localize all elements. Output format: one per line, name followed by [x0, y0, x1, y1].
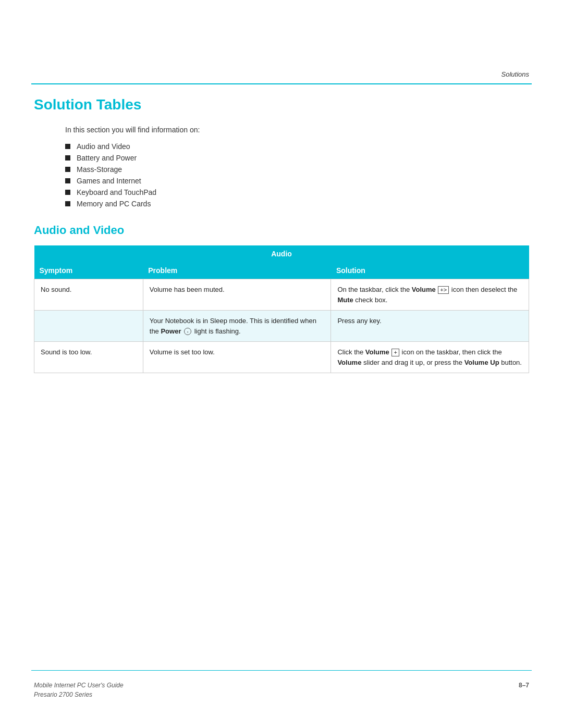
footer-left-line1: Mobile Internet PC User's Guide	[34, 682, 124, 689]
page-title: Solution Tables	[34, 96, 529, 113]
list-item: Battery and Power	[65, 154, 529, 162]
bold-text: Volume	[337, 359, 361, 366]
bold-text: Volume	[412, 286, 436, 293]
cell-solution: Click the Volume + icon on the taskbar, …	[331, 342, 529, 373]
top-rule	[31, 83, 532, 84]
col-header-solution: Solution	[331, 262, 529, 279]
list-item: Audio and Video	[65, 142, 529, 151]
header-section-label: Solutions	[501, 70, 529, 78]
footer-left-line2: Presario 2700 Series	[34, 691, 92, 698]
cell-symptom	[34, 311, 143, 342]
table-row: No sound. Volume has been muted. On the …	[34, 279, 529, 311]
bullet-icon	[65, 167, 70, 172]
bullet-icon	[65, 144, 70, 149]
power-icon: ◦	[184, 328, 191, 335]
list-item: Mass-Storage	[65, 165, 529, 174]
list-item: Memory and PC Cards	[65, 200, 529, 208]
bullet-list: Audio and Video Battery and Power Mass-S…	[65, 142, 529, 208]
list-item: Keyboard and TouchPad	[65, 188, 529, 196]
list-item-label: Keyboard and TouchPad	[77, 188, 156, 196]
section-heading-audio: Audio and Video	[34, 224, 529, 237]
bullet-icon	[65, 201, 70, 206]
footer-page-number: 8–7	[519, 682, 529, 689]
list-item: Games and Internet	[65, 177, 529, 185]
col-header-symptom: Symptom	[34, 262, 143, 279]
list-item-label: Memory and PC Cards	[77, 200, 151, 208]
cell-symptom: Sound is too low.	[34, 342, 143, 373]
cell-problem: Volume has been muted.	[143, 279, 331, 311]
bullet-icon	[65, 155, 70, 161]
volume-icon: +>	[438, 286, 449, 294]
page-container: Solutions Solution Tables In this sectio…	[0, 0, 563, 728]
bold-text: Power	[161, 327, 181, 335]
bullet-icon	[65, 190, 70, 195]
bold-text: Mute	[337, 296, 353, 304]
cell-solution: Press any key.	[331, 311, 529, 342]
list-item-label: Games and Internet	[77, 177, 141, 185]
col-header-problem: Problem	[143, 262, 331, 279]
list-item-label: Audio and Video	[77, 142, 130, 151]
list-item-label: Battery and Power	[77, 154, 137, 162]
solution-table: Audio Symptom Problem Solution No sound.…	[34, 245, 529, 373]
footer-rule	[31, 670, 532, 671]
list-item-label: Mass-Storage	[77, 165, 122, 174]
bold-text: Volume	[365, 348, 389, 356]
cell-problem: Your Notebook is in Sleep mode. This is …	[143, 311, 331, 342]
table-main-header: Audio	[34, 245, 529, 262]
bold-text: Volume Up	[464, 359, 499, 366]
table-row: Your Notebook is in Sleep mode. This is …	[34, 311, 529, 342]
bullet-icon	[65, 178, 70, 183]
content-area: Solution Tables In this section you will…	[34, 96, 529, 394]
cell-symptom: No sound.	[34, 279, 143, 311]
intro-text: In this section you will find informatio…	[65, 126, 529, 134]
cell-solution: On the taskbar, click the Volume +> icon…	[331, 279, 529, 311]
cell-problem: Volume is set too low.	[143, 342, 331, 373]
table-row: Sound is too low. Volume is set too low.…	[34, 342, 529, 373]
volume-icon: +	[391, 349, 399, 356]
